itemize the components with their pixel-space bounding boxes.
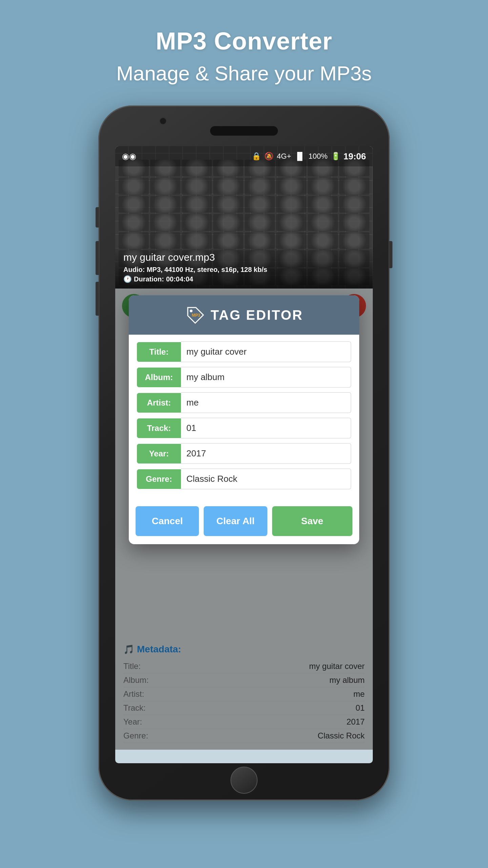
phone-bottom-bar (98, 767, 390, 794)
speaker-cell (150, 214, 180, 231)
phone-screen: ◉◉ 🔒 🔕 4G+ ▐▌ 100% 🔋 19:06 my guitar cov… (115, 146, 373, 763)
speaker-cell (213, 196, 243, 213)
album-art-header: my guitar cover.mp3 Audio: MP3, 44100 Hz… (115, 146, 373, 289)
dialog-overlay: MP3 TAG EDITOR Title:Album:Artist:Track:… (115, 289, 373, 750)
signal-bars-icon: ▐▌ (294, 152, 305, 161)
field-row: Title: (137, 341, 351, 362)
battery-indicator: 100% (308, 152, 327, 161)
field-row: Genre: (137, 469, 351, 489)
speaker-cell (339, 214, 369, 231)
phone-top-bar (98, 105, 390, 146)
save-button[interactable]: Save (272, 506, 352, 536)
lock-icon: 🔒 (252, 152, 261, 161)
speaker-cell (308, 178, 338, 194)
speaker-cell (276, 214, 306, 231)
screen-content: 🎵 Metadata: Title:my guitar coverAlbum:m… (115, 289, 373, 750)
clock: 19:06 (344, 151, 366, 162)
volume-up-button[interactable] (96, 241, 99, 275)
speaker-cell (308, 214, 338, 231)
status-right: 🔒 🔕 4G+ ▐▌ 100% 🔋 19:06 (252, 151, 366, 162)
phone-shell: ◉◉ 🔒 🔕 4G+ ▐▌ 100% 🔋 19:06 my guitar cov… (98, 105, 390, 801)
tag-editor-dialog: MP3 TAG EDITOR Title:Album:Artist:Track:… (129, 295, 359, 544)
front-camera (159, 117, 167, 125)
field-label-1: Album: (137, 368, 181, 387)
field-label-2: Artist: (137, 393, 181, 413)
speaker-cell (339, 196, 369, 213)
field-input-0[interactable] (181, 341, 351, 362)
field-input-5[interactable] (181, 469, 351, 489)
field-row: Album: (137, 367, 351, 388)
tag-editor-icon: MP3 (185, 305, 205, 325)
file-info-overlay: my guitar cover.mp3 Audio: MP3, 44100 Hz… (115, 245, 373, 289)
speaker-cell (182, 196, 212, 213)
field-input-1[interactable] (181, 367, 351, 388)
field-label-5: Genre: (137, 469, 181, 489)
speaker-cell (182, 178, 212, 194)
network-type: 4G+ (277, 152, 291, 161)
power-button[interactable] (389, 241, 392, 268)
dialog-header: MP3 TAG EDITOR (129, 295, 359, 335)
page-title: MP3 Converter (156, 27, 332, 55)
field-label-0: Title: (137, 342, 181, 362)
duration-value: 00:04:04 (166, 275, 193, 283)
speaker-cell (276, 196, 306, 213)
battery-icon: 🔋 (331, 152, 340, 161)
earpiece-speaker (210, 126, 278, 136)
home-button[interactable] (230, 767, 258, 794)
duration-label: Duration: (134, 275, 164, 283)
speaker-cell (119, 196, 149, 213)
speaker-cell (119, 214, 149, 231)
speaker-cell (150, 196, 180, 213)
volume-silent-button[interactable] (96, 207, 99, 228)
speaker-cell (339, 178, 369, 194)
mute-icon: 🔕 (264, 152, 273, 161)
speaker-cell (213, 214, 243, 231)
filename-label: my guitar cover.mp3 (123, 252, 365, 263)
volume-down-button[interactable] (96, 282, 99, 316)
status-bar: ◉◉ 🔒 🔕 4G+ ▐▌ 100% 🔋 19:06 (115, 146, 373, 166)
status-left: ◉◉ (122, 152, 136, 161)
speaker-cell (119, 178, 149, 194)
field-label-3: Track: (137, 418, 181, 438)
duration-info: 🕐 Duration: 00:04:04 (123, 275, 365, 283)
clear-all-button[interactable]: Clear All (204, 506, 267, 536)
speaker-cell (182, 214, 212, 231)
svg-text:MP3: MP3 (192, 313, 200, 318)
speaker-cell (276, 178, 306, 194)
field-row: Artist: (137, 392, 351, 413)
dialog-body: Title:Album:Artist:Track:Year:Genre: (129, 335, 359, 501)
field-input-2[interactable] (181, 392, 351, 413)
dialog-actions: Cancel Clear All Save (129, 501, 359, 544)
voicemail-icon: ◉◉ (122, 152, 136, 161)
field-label-4: Year: (137, 444, 181, 463)
speaker-cell (308, 196, 338, 213)
page-subtitle: Manage & Share your MP3s (116, 62, 372, 85)
speaker-cell (245, 178, 275, 194)
field-input-4[interactable] (181, 443, 351, 464)
field-row: Year: (137, 443, 351, 464)
audio-info: Audio: MP3, 44100 Hz, stereo, s16p, 128 … (123, 266, 365, 274)
speaker-cell (245, 196, 275, 213)
field-input-3[interactable] (181, 418, 351, 438)
svg-point-0 (190, 310, 192, 312)
field-row: Track: (137, 418, 351, 438)
audio-label: Audio: (123, 266, 145, 273)
speaker-cell (213, 178, 243, 194)
dialog-title-text: TAG EDITOR (211, 308, 303, 323)
speaker-cell (245, 214, 275, 231)
speaker-cell (150, 178, 180, 194)
clock-small-icon: 🕐 (123, 275, 132, 283)
cancel-button[interactable]: Cancel (136, 506, 199, 536)
audio-value: MP3, 44100 Hz, stereo, s16p, 128 kb/s (147, 266, 267, 273)
